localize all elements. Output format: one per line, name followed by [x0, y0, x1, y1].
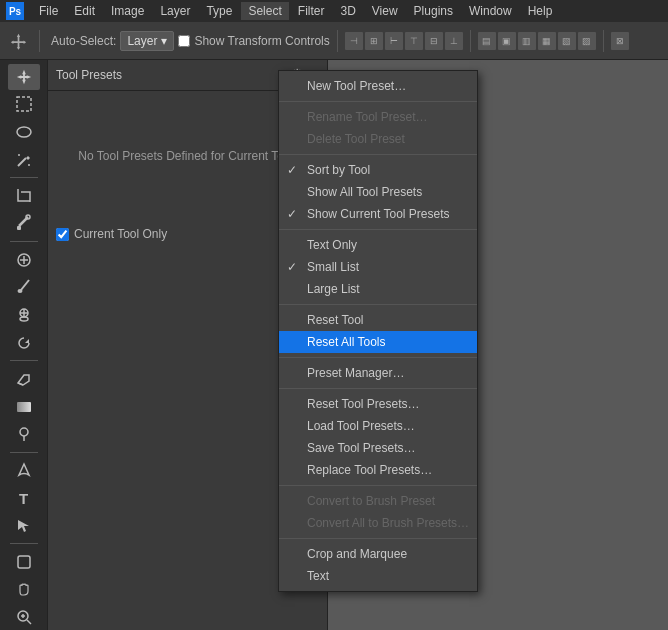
main-area: T Tool Pre: [0, 60, 668, 630]
menu-item-load-tool-presets[interactable]: Load Tool Presets…: [279, 415, 477, 437]
tool-pen[interactable]: [8, 458, 40, 484]
context-menu: New Tool Preset…Rename Tool Preset…Delet…: [278, 70, 478, 592]
menu-item-reset-tool[interactable]: Reset Tool: [279, 309, 477, 331]
tool-move[interactable]: [8, 64, 40, 90]
align-bottom-icon[interactable]: ⊥: [445, 32, 463, 50]
svg-rect-8: [17, 226, 21, 230]
menu-layer[interactable]: Layer: [153, 2, 197, 20]
distribute-left-icon[interactable]: ▤: [478, 32, 496, 50]
menu-type[interactable]: Type: [199, 2, 239, 20]
menu-image[interactable]: Image: [104, 2, 151, 20]
align-right-icon[interactable]: ⊢: [385, 32, 403, 50]
svg-point-15: [17, 289, 22, 293]
svg-line-4: [18, 158, 26, 166]
tool-healing[interactable]: [8, 247, 40, 273]
separator-3: [470, 30, 471, 52]
menu-item-label: Load Tool Presets…: [307, 419, 415, 433]
menu-item-text-only[interactable]: Text Only: [279, 234, 477, 256]
tool-zoom[interactable]: [8, 604, 40, 630]
tool-sep-5: [10, 543, 38, 544]
menu-item-small-list[interactable]: ✓Small List: [279, 256, 477, 278]
show-transform-controls-checkbox[interactable]: [178, 35, 190, 47]
menu-separator: [279, 357, 477, 358]
menu-filter[interactable]: Filter: [291, 2, 332, 20]
menu-item-replace-tool-presets[interactable]: Replace Tool Presets…: [279, 459, 477, 481]
current-tool-only-checkbox[interactable]: [56, 228, 69, 241]
menu-item-reset-all-tools[interactable]: Reset All Tools: [279, 331, 477, 353]
distribute-right-icon[interactable]: ▥: [518, 32, 536, 50]
tool-marquee[interactable]: [8, 92, 40, 118]
tool-gradient[interactable]: [8, 394, 40, 420]
tool-crop[interactable]: [8, 183, 40, 209]
ps-logo: Ps: [6, 2, 24, 20]
align-icons-group: ⊣ ⊞ ⊢ ⊤ ⊟ ⊥: [345, 32, 463, 50]
menu-separator: [279, 101, 477, 102]
align-middle-v-icon[interactable]: ⊟: [425, 32, 443, 50]
menu-file[interactable]: File: [32, 2, 65, 20]
tool-eyedropper[interactable]: [8, 211, 40, 237]
menu-item-label: Text Only: [307, 238, 357, 252]
menu-item-sort-by-tool[interactable]: ✓Sort by Tool: [279, 159, 477, 181]
menu-item-label: Large List: [307, 282, 360, 296]
align-left-icon[interactable]: ⊣: [345, 32, 363, 50]
menu-edit[interactable]: Edit: [67, 2, 102, 20]
menu-plugins[interactable]: Plugins: [407, 2, 460, 20]
options-toolbar: Auto-Select: Layer ▾ Show Transform Cont…: [0, 22, 668, 60]
svg-line-22: [18, 383, 23, 385]
align-center-h-icon[interactable]: ⊞: [365, 32, 383, 50]
menu-item-label: Delete Tool Preset: [307, 132, 405, 146]
menu-help[interactable]: Help: [521, 2, 560, 20]
menu-item-text[interactable]: Text: [279, 565, 477, 587]
tool-type[interactable]: T: [8, 485, 40, 511]
menu-item-label: Text: [307, 569, 329, 583]
tool-history-brush[interactable]: [8, 330, 40, 356]
svg-point-3: [17, 127, 31, 137]
menu-window[interactable]: Window: [462, 2, 519, 20]
tool-brush[interactable]: [8, 275, 40, 301]
svg-point-19: [20, 317, 28, 321]
menu-item-save-tool-presets[interactable]: Save Tool Presets…: [279, 437, 477, 459]
show-transform-controls-label[interactable]: Show Transform Controls: [178, 34, 329, 48]
menu-view[interactable]: View: [365, 2, 405, 20]
menu-item-rename-tool-preset: Rename Tool Preset…: [279, 106, 477, 128]
layer-dropdown[interactable]: Layer ▾: [120, 31, 174, 51]
move-tool-icon[interactable]: [6, 28, 32, 54]
svg-marker-1: [16, 70, 30, 84]
menu-item-label: Preset Manager…: [307, 366, 404, 380]
tool-sep-4: [10, 452, 38, 453]
menu-item-delete-tool-preset: Delete Tool Preset: [279, 128, 477, 150]
menu-separator: [279, 538, 477, 539]
menu-select[interactable]: Select: [241, 2, 288, 20]
menu-item-label: Crop and Marquee: [307, 547, 407, 561]
distribute-bottom-icon[interactable]: ▨: [578, 32, 596, 50]
distribute-middle-v-icon[interactable]: ▧: [558, 32, 576, 50]
menu-item-large-list[interactable]: Large List: [279, 278, 477, 300]
svg-marker-0: [11, 33, 26, 49]
tool-shape[interactable]: [8, 549, 40, 575]
tool-magic-wand[interactable]: [8, 147, 40, 173]
svg-point-7: [28, 164, 30, 166]
menu-item-reset-tool-presets[interactable]: Reset Tool Presets…: [279, 393, 477, 415]
svg-rect-27: [18, 556, 30, 568]
distribute-top-icon[interactable]: ▦: [538, 32, 556, 50]
menu-3d[interactable]: 3D: [333, 2, 362, 20]
menu-item-show-all-tool-presets[interactable]: Show All Tool Presets: [279, 181, 477, 203]
menu-item-crop-and-marquee[interactable]: Crop and Marquee: [279, 543, 477, 565]
svg-line-14: [21, 280, 29, 290]
align-top-icon[interactable]: ⊤: [405, 32, 423, 50]
svg-marker-20: [25, 339, 29, 343]
menu-item-show-current-tool-presets[interactable]: ✓Show Current Tool Presets: [279, 203, 477, 225]
menu-item-preset-manager[interactable]: Preset Manager…: [279, 362, 477, 384]
checkmark-icon: ✓: [287, 260, 297, 274]
distribute-center-h-icon[interactable]: ▣: [498, 32, 516, 50]
menu-item-new-tool-preset[interactable]: New Tool Preset…: [279, 75, 477, 97]
auto-align-icon[interactable]: ⊠: [611, 32, 629, 50]
tool-clone[interactable]: [8, 302, 40, 328]
left-toolbar: T: [0, 60, 48, 630]
tool-hand[interactable]: [8, 577, 40, 603]
menu-item-convert-all-to-brush-presets: Convert All to Brush Presets…: [279, 512, 477, 534]
tool-dodge[interactable]: [8, 421, 40, 447]
tool-eraser[interactable]: [8, 366, 40, 392]
tool-path-selection[interactable]: [8, 513, 40, 539]
tool-lasso[interactable]: [8, 119, 40, 145]
